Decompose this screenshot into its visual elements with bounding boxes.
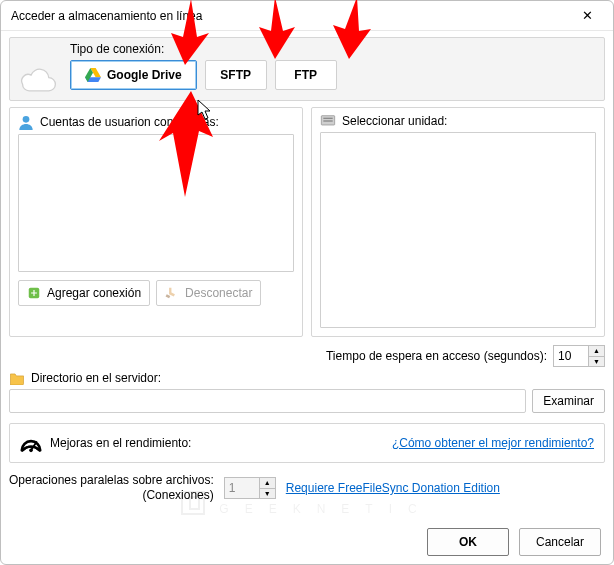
close-icon: ✕	[582, 8, 593, 23]
parallel-input[interactable]	[224, 477, 260, 499]
timeout-up[interactable]: ▲	[589, 346, 604, 357]
disconnect-label: Desconectar	[185, 286, 252, 300]
svg-rect-2	[321, 116, 334, 125]
google-drive-button[interactable]: Google Drive	[70, 60, 197, 90]
google-drive-icon	[85, 68, 101, 82]
parallel-ops-label: Operaciones paralelas sobre archivos: (C…	[9, 473, 214, 503]
ok-button[interactable]: OK	[427, 528, 509, 556]
sftp-button[interactable]: SFTP	[205, 60, 267, 90]
connection-type-panel: Tipo de conexión: Google Drive SFTP FTP	[9, 37, 605, 101]
directory-input[interactable]	[9, 389, 526, 413]
donation-link[interactable]: Requiere FreeFileSync Donation Edition	[286, 481, 500, 495]
performance-label: Mejoras en el rendimiento:	[50, 436, 191, 450]
timeout-input[interactable]	[553, 345, 589, 367]
add-connection-label: Agregar conexión	[47, 286, 141, 300]
connection-type-label: Tipo de conexión:	[70, 42, 594, 56]
parallel-spinner[interactable]: ▲ ▼	[224, 477, 276, 499]
cloud-icon	[16, 64, 58, 94]
directory-label: Directorio en el servidor:	[31, 371, 161, 385]
user-icon	[18, 114, 34, 130]
cancel-button[interactable]: Cancelar	[519, 528, 601, 556]
ftp-button[interactable]: FTP	[275, 60, 337, 90]
performance-panel: Mejoras en el rendimiento: ¿Cómo obtener…	[9, 423, 605, 463]
folder-icon	[9, 372, 25, 385]
disconnect-icon	[165, 286, 179, 300]
titlebar: Acceder a almacenamiento en línea ✕	[1, 1, 613, 31]
close-button[interactable]: ✕	[565, 2, 609, 30]
drive-list[interactable]	[320, 132, 596, 328]
svg-rect-3	[323, 118, 332, 119]
accounts-header: Cuentas de usuarion conectadas:	[40, 115, 219, 129]
drive-icon	[320, 114, 336, 128]
sftp-label: SFTP	[220, 68, 251, 82]
drive-header: Seleccionar unidad:	[342, 114, 447, 128]
dialog-window: Acceder a almacenamiento en línea ✕ Tipo…	[0, 0, 614, 565]
drive-panel: Seleccionar unidad:	[311, 107, 605, 337]
google-drive-label: Google Drive	[107, 68, 182, 82]
svg-rect-4	[323, 120, 332, 121]
timeout-spinner[interactable]: ▲ ▼	[553, 345, 605, 367]
accounts-list[interactable]	[18, 134, 294, 272]
timeout-label: Tiempo de espera en acceso (segundos):	[326, 349, 547, 363]
disconnect-button[interactable]: Desconectar	[156, 280, 261, 306]
add-connection-button[interactable]: Agregar conexión	[18, 280, 150, 306]
browse-button[interactable]: Examinar	[532, 389, 605, 413]
parallel-up[interactable]: ▲	[260, 478, 275, 489]
performance-link[interactable]: ¿Cómo obtener el mejor rendimiento?	[392, 436, 594, 450]
plus-puzzle-icon	[27, 286, 41, 300]
ftp-label: FTP	[294, 68, 317, 82]
timeout-down[interactable]: ▼	[589, 357, 604, 367]
parallel-down[interactable]: ▼	[260, 489, 275, 499]
svg-point-0	[23, 116, 30, 123]
window-title: Acceder a almacenamiento en línea	[11, 9, 565, 23]
speedometer-icon	[20, 432, 42, 454]
accounts-panel: Cuentas de usuarion conectadas: Agregar …	[9, 107, 303, 337]
